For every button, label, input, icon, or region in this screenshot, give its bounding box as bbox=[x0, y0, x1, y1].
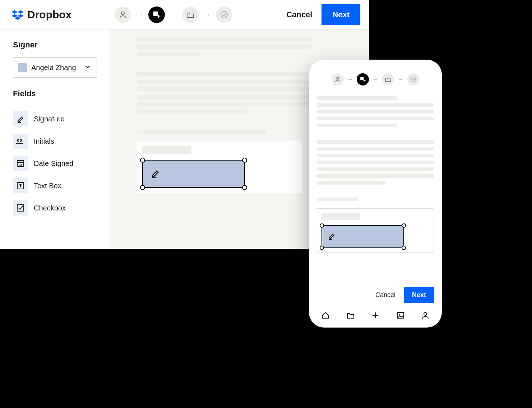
nav-add-icon[interactable] bbox=[370, 310, 380, 320]
nav-files-icon[interactable] bbox=[346, 310, 356, 320]
phone-step-signer[interactable] bbox=[332, 73, 344, 85]
field-label: Checkbox bbox=[34, 204, 66, 212]
phone-mockup: → → → bbox=[309, 60, 442, 328]
step-save[interactable] bbox=[182, 6, 199, 23]
arrow-icon: → bbox=[347, 76, 353, 83]
phone-step-edit[interactable] bbox=[357, 73, 369, 85]
phone-step-review[interactable] bbox=[407, 73, 419, 85]
arrow-icon: → bbox=[398, 76, 403, 83]
brand-name: Dropbox bbox=[27, 9, 71, 21]
signer-color-swatch bbox=[18, 63, 27, 72]
signer-heading: Signer bbox=[13, 40, 97, 50]
phone-actions: Cancel Next bbox=[317, 281, 434, 306]
resize-handle-tl[interactable] bbox=[140, 158, 145, 163]
phone-signature-field[interactable] bbox=[321, 225, 404, 248]
step-edit[interactable] bbox=[148, 6, 165, 23]
resize-handle-br[interactable] bbox=[242, 185, 247, 190]
phone-step-save[interactable] bbox=[382, 73, 394, 85]
nav-home-icon[interactable] bbox=[320, 310, 330, 320]
step-review[interactable] bbox=[216, 6, 232, 23]
step-signer[interactable] bbox=[115, 6, 131, 23]
field-initials[interactable]: Initials bbox=[13, 130, 97, 152]
resize-handle-br[interactable] bbox=[402, 246, 406, 250]
arrow-icon: → bbox=[136, 10, 143, 19]
resize-handle-tr[interactable] bbox=[242, 158, 247, 163]
field-label: Signature bbox=[34, 115, 65, 123]
field-text-box[interactable]: Text Box bbox=[13, 175, 97, 197]
phone-stepper: → → → bbox=[317, 73, 434, 85]
signature-icon bbox=[13, 111, 28, 126]
field-date-signed[interactable]: Date Signed bbox=[13, 152, 97, 175]
resize-handle-bl[interactable] bbox=[320, 246, 324, 250]
signer-name: Angela Zhang bbox=[31, 64, 76, 72]
dropzone-label-placeholder bbox=[142, 146, 191, 154]
initials-icon bbox=[13, 134, 28, 149]
phone-dropzone-label-placeholder bbox=[321, 213, 360, 220]
chevron-down-icon bbox=[84, 63, 92, 73]
signer-select[interactable]: Angela Zhang bbox=[13, 57, 97, 78]
signature-dropzone bbox=[137, 141, 302, 193]
nav-photos-icon[interactable] bbox=[395, 310, 406, 320]
resize-handle-tl[interactable] bbox=[320, 223, 324, 228]
signature-field[interactable] bbox=[142, 160, 245, 188]
arrow-icon: → bbox=[170, 10, 177, 19]
topbar: Dropbox → → → Cancel Next bbox=[0, 0, 369, 29]
field-label: Text Box bbox=[34, 182, 61, 190]
phone-cancel-button[interactable]: Cancel bbox=[375, 291, 395, 299]
phone-signature-dropzone bbox=[317, 208, 434, 253]
header-actions: Cancel Next bbox=[286, 4, 360, 25]
fields-heading: Fields bbox=[13, 89, 97, 98]
next-button[interactable]: Next bbox=[321, 4, 360, 25]
signature-icon bbox=[327, 232, 336, 242]
sidebar: Signer Angela Zhang Fields Signature bbox=[0, 29, 110, 249]
field-label: Initials bbox=[34, 137, 54, 145]
field-signature[interactable]: Signature bbox=[13, 108, 97, 130]
signature-icon bbox=[150, 168, 161, 180]
dropbox-logo-icon bbox=[11, 9, 24, 20]
phone-bottom-nav bbox=[317, 306, 434, 323]
checkbox-icon bbox=[13, 200, 28, 215]
phone-next-button[interactable]: Next bbox=[404, 287, 434, 303]
field-checkbox[interactable]: Checkbox bbox=[13, 197, 97, 219]
textbox-icon bbox=[13, 178, 28, 193]
date-icon bbox=[13, 156, 28, 171]
field-label: Date Signed bbox=[34, 159, 73, 168]
phone-doc-lines bbox=[317, 96, 434, 201]
field-list: Signature Initials Date Signed bbox=[13, 106, 97, 221]
cancel-button[interactable]: Cancel bbox=[286, 10, 312, 19]
brand: Dropbox bbox=[11, 9, 71, 21]
stepper: → → → bbox=[115, 6, 232, 23]
arrow-icon: → bbox=[373, 76, 378, 83]
resize-handle-bl[interactable] bbox=[140, 185, 145, 190]
arrow-icon: → bbox=[204, 10, 211, 19]
resize-handle-tr[interactable] bbox=[402, 223, 406, 228]
nav-account-icon[interactable] bbox=[420, 310, 430, 320]
